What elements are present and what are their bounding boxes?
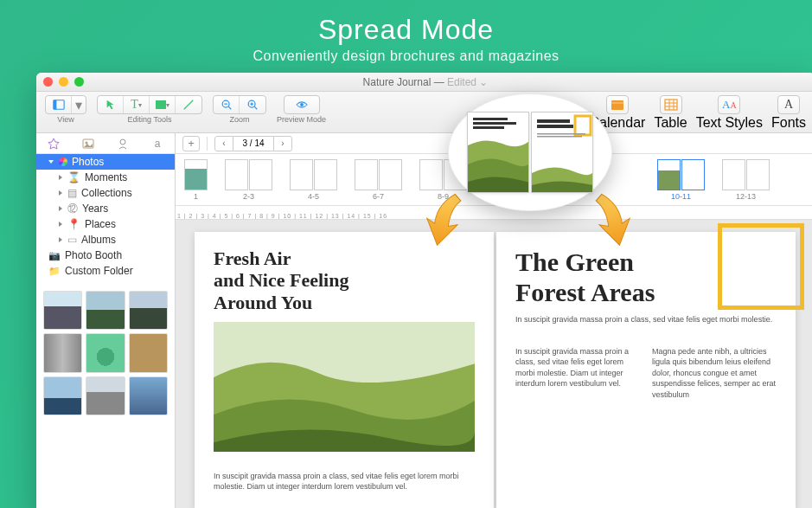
fonts-button[interactable]: A	[777, 95, 800, 114]
thumbnail[interactable]	[86, 333, 125, 372]
horizontal-ruler: 1 | 2 | 3 | 4 | 5 | 6 | 7 | 8 | 9 | 10 |…	[176, 206, 812, 220]
svg-rect-28	[537, 119, 570, 123]
zoom-buttons[interactable]	[213, 95, 266, 114]
next-page-button[interactable]: ›	[273, 136, 292, 151]
preview-button[interactable]	[284, 95, 320, 114]
svg-rect-11	[611, 100, 623, 110]
spread-thumb[interactable]: 4-5	[290, 159, 337, 201]
svg-rect-13	[665, 100, 677, 110]
thumbnail[interactable]	[86, 376, 125, 415]
svg-line-4	[228, 106, 231, 109]
preview-label: Preview Mode	[277, 115, 326, 124]
sidebar-item-collections[interactable]: ▤Collections	[36, 185, 175, 201]
view-button[interactable]: ▾	[45, 95, 86, 114]
sidebar: a Photos ⌛Moments ▤Collections ⑫Years 📍P…	[36, 133, 176, 508]
svg-rect-30	[537, 133, 585, 135]
page-navigator: ‹ 3 / 14 ›	[214, 136, 292, 151]
svg-rect-29	[537, 125, 573, 128]
thumbnail[interactable]	[129, 333, 168, 372]
spread-thumb[interactable]: 10-11	[657, 159, 705, 201]
sidebar-item-moments[interactable]: ⌛Moments	[36, 170, 175, 185]
body-text: In suscipit gravida massa proin a class,…	[515, 346, 640, 401]
svg-rect-31	[537, 136, 582, 138]
page-field[interactable]: 3 / 14	[233, 136, 273, 151]
editing-tools[interactable]: T▾ ▾	[97, 95, 202, 114]
sidebar-tab-shapes[interactable]	[36, 133, 71, 153]
magnified-spread	[448, 93, 612, 211]
doc-heading: Fresh Air and Nice Feeling Around You	[214, 248, 475, 313]
body-text: Magna pede ante nibh, a ultricies ligula…	[652, 346, 777, 401]
decorative-frame	[718, 223, 804, 310]
thumbnail[interactable]	[43, 376, 82, 415]
titlebar: Nature Journal — Edited ⌄	[36, 73, 812, 92]
svg-line-2	[184, 100, 194, 110]
thumbnail[interactable]	[43, 291, 82, 330]
svg-rect-25	[473, 126, 504, 129]
spread-thumb[interactable]: 12-13	[722, 159, 770, 201]
sidebar-tab-photos[interactable]	[71, 133, 105, 153]
page-left[interactable]: Fresh Air and Nice Feeling Around You In…	[195, 232, 494, 508]
app-window: Nature Journal — Edited ⌄ ▾ View T▾ ▾ Ed…	[36, 73, 812, 508]
document-canvas[interactable]: Fresh Air and Nice Feeling Around You In…	[176, 220, 812, 508]
sidebar-tab-clipart[interactable]	[105, 133, 140, 153]
spread-thumb[interactable]: 1	[184, 159, 208, 201]
text-styles-button[interactable]: AA	[718, 95, 740, 114]
spread-thumb[interactable]: 6-7	[355, 159, 402, 201]
body-text: In suscipit gravida massa proin a class,…	[515, 314, 777, 325]
zoom-in-icon	[240, 96, 265, 113]
sidebar-item-photos[interactable]: Photos	[36, 154, 175, 170]
sidebar-item-custom-folder[interactable]: 📁Custom Folder	[36, 263, 175, 279]
hero-title: Spread Mode	[0, 14, 812, 46]
hero-subtitle: Conveniently design brochures and magazi…	[0, 48, 812, 64]
page-right[interactable]: The Green Forest Areas In suscipit gravi…	[496, 232, 796, 508]
thumbnail[interactable]	[86, 291, 125, 330]
svg-rect-24	[473, 122, 516, 125]
svg-rect-23	[473, 118, 508, 120]
thumbnail[interactable]	[43, 333, 82, 372]
sidebar-tab-text[interactable]: a	[140, 133, 175, 153]
svg-point-20	[120, 139, 125, 145]
view-label: View	[57, 115, 74, 124]
body-text: In suscipit gravida massa proin a class,…	[214, 471, 475, 492]
add-page-button[interactable]: +	[182, 136, 200, 151]
table-button[interactable]	[660, 95, 682, 114]
window-title: Nature Journal — Edited ⌄	[36, 76, 812, 88]
svg-line-7	[254, 106, 257, 109]
thumbnail[interactable]	[129, 291, 168, 330]
svg-point-10	[300, 103, 304, 106]
editing-label: Editing Tools	[128, 115, 172, 124]
zoom-out-icon	[214, 96, 240, 113]
calendar-button[interactable]	[606, 95, 629, 114]
eye-icon	[285, 96, 319, 113]
svg-rect-12	[611, 103, 623, 104]
sidebar-item-albums[interactable]: ▭Albums	[36, 232, 175, 248]
thumbnail[interactable]	[129, 376, 168, 415]
toolbar: ▾ View T▾ ▾ Editing Tools Zoom Previ	[36, 92, 812, 133]
sidebar-item-photobooth[interactable]: 📷Photo Booth	[36, 248, 175, 263]
sidebar-item-years[interactable]: ⑫Years	[36, 201, 175, 216]
zoom-label: Zoom	[229, 115, 249, 124]
spread-thumb[interactable]: 2-3	[225, 159, 272, 201]
svg-rect-1	[53, 100, 56, 110]
prev-page-button[interactable]: ‹	[214, 136, 233, 151]
sidebar-item-places[interactable]: 📍Places	[36, 216, 175, 232]
photo-thumbnails	[36, 284, 175, 422]
